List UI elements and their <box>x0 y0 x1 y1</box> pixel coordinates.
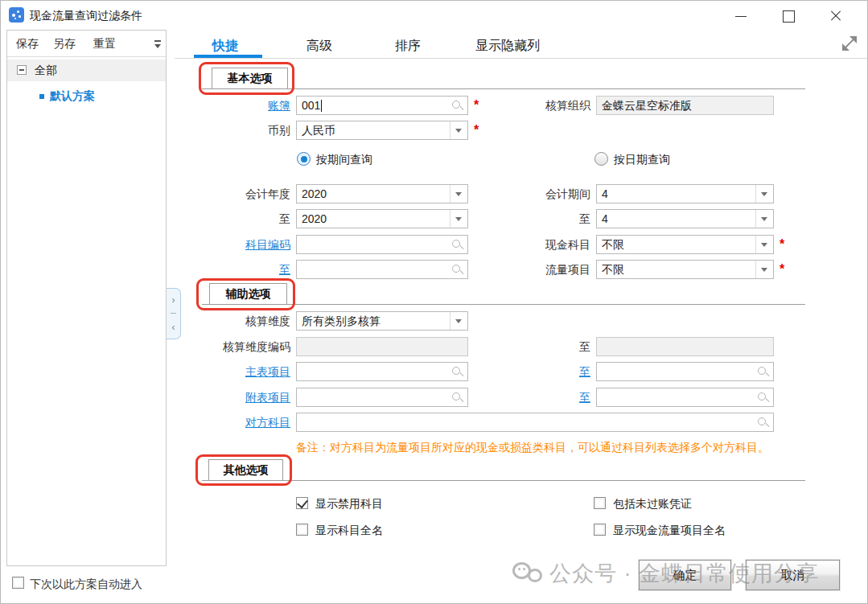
tabs-divider <box>175 58 868 59</box>
currency-label: 币别 <box>170 121 290 140</box>
chevron-down-icon[interactable] <box>450 185 467 203</box>
cancel-button[interactable]: 取消 <box>746 560 840 590</box>
account-code-to-link[interactable]: 至 <box>170 260 290 279</box>
show-full-account-name-checkbox[interactable] <box>296 524 308 536</box>
counter-account-link[interactable]: 对方科目 <box>170 413 290 432</box>
tree-item-default-scheme[interactable]: 默认方案 <box>7 87 166 106</box>
tab-advanced[interactable]: 高级 <box>306 38 332 55</box>
chevron-down-icon[interactable] <box>755 210 773 228</box>
fullscreen-expand-icon[interactable] <box>842 36 857 51</box>
chevron-down-icon[interactable] <box>755 236 773 253</box>
show-full-account-name-label[interactable]: 显示科目全名 <box>315 524 383 538</box>
flow-item-select[interactable]: 不限 <box>596 260 774 279</box>
include-unposted-vouchers-checkbox[interactable] <box>594 497 606 509</box>
main-item-to-input[interactable] <box>596 362 774 381</box>
sub-item-link[interactable]: 附表项目 <box>170 388 290 407</box>
show-full-flow-item-name-label[interactable]: 显示现金流量项目全名 <box>613 524 726 538</box>
chevron-down-icon[interactable] <box>450 312 467 330</box>
fiscal-year-select[interactable]: 2020 <box>296 184 468 203</box>
dimension-label: 核算维度 <box>170 311 290 331</box>
chevron-down-icon[interactable] <box>755 261 773 278</box>
account-book-link[interactable]: 账簿 <box>170 96 290 115</box>
wechat-icon <box>512 562 546 586</box>
fiscal-year-to-label: 至 <box>170 209 290 228</box>
auto-enter-checkbox[interactable] <box>12 577 24 589</box>
show-disabled-accounts-checkbox[interactable] <box>296 497 308 509</box>
auto-enter-label[interactable]: 下次以此方案自动进入 <box>30 577 142 592</box>
search-icon[interactable] <box>756 416 770 429</box>
sub-item-to-link[interactable]: 至 <box>470 388 590 407</box>
org-label: 核算组织 <box>470 96 590 115</box>
search-icon[interactable] <box>450 238 464 252</box>
titlebar: 现金流量查询过滤条件 <box>1 1 867 30</box>
ok-button[interactable]: 确定 <box>639 560 731 590</box>
counter-account-input[interactable] <box>296 413 774 432</box>
period-to-select[interactable]: 4 <box>596 209 774 228</box>
dimension-code-to-label: 至 <box>470 337 590 356</box>
by-date-label[interactable]: 按日期查询 <box>614 153 670 167</box>
filter-dialog: 现金流量查询过滤条件 保存 另存 重置 全部 默认方案 下次以此方案自动进入 ›… <box>0 0 868 604</box>
sub-item-input[interactable] <box>296 388 468 407</box>
menu-save-as[interactable]: 另存 <box>53 37 76 51</box>
period-select[interactable]: 4 <box>596 184 774 203</box>
search-icon[interactable] <box>450 365 464 379</box>
app-icon <box>9 7 24 23</box>
by-period-label[interactable]: 按期间查询 <box>316 153 372 167</box>
search-icon[interactable] <box>756 365 770 379</box>
menu-reset[interactable]: 重置 <box>93 37 116 51</box>
account-code-input[interactable] <box>296 235 468 254</box>
required-mark: * <box>474 123 483 138</box>
tree-collapse-icon[interactable] <box>17 65 27 75</box>
bullet-icon <box>39 94 44 99</box>
tab-quick[interactable]: 快捷 <box>212 38 238 55</box>
show-disabled-accounts-label[interactable]: 显示禁用科目 <box>315 497 383 512</box>
tab-show-hide-columns[interactable]: 显示隐藏列 <box>475 38 540 55</box>
dimension-select[interactable]: 所有类别多核算 <box>296 311 468 331</box>
other-section-line <box>202 480 805 481</box>
fiscal-year-label: 会计年度 <box>170 184 290 203</box>
maximize-icon[interactable] <box>775 7 800 25</box>
basic-section-header[interactable]: 基本选项 <box>212 68 288 89</box>
flow-item-label: 流量项目 <box>470 260 590 279</box>
sub-item-to-input[interactable] <box>596 388 774 407</box>
fiscal-year-to-select[interactable]: 2020 <box>296 209 468 228</box>
other-section-header[interactable]: 其他选项 <box>208 459 283 481</box>
dimension-code-input <box>296 337 468 356</box>
by-period-radio[interactable] <box>297 152 311 166</box>
search-icon[interactable] <box>450 391 464 405</box>
account-code-link[interactable]: 科目编码 <box>170 235 290 254</box>
account-code-to-input[interactable] <box>296 260 468 279</box>
account-book-input[interactable]: 001 <box>296 96 468 115</box>
text-cursor <box>321 100 322 112</box>
auxiliary-section-header[interactable]: 辅助选项 <box>209 283 287 305</box>
scheme-menubar: 保存 另存 重置 <box>7 31 166 57</box>
currency-select[interactable]: 人民币 <box>296 121 468 140</box>
menu-save[interactable]: 保存 <box>16 37 39 51</box>
by-date-radio[interactable] <box>594 152 608 166</box>
chevron-down-icon[interactable] <box>450 210 467 228</box>
dimension-code-to-input <box>596 337 774 356</box>
menu-overflow-icon[interactable] <box>154 39 162 49</box>
cash-account-select[interactable]: 不限 <box>596 235 774 254</box>
window-title: 现金流量查询过滤条件 <box>30 9 142 23</box>
note-text: 备注：对方科目为流量项目所对应的现金或损益类科目，可以通过科目列表选择多个对方科… <box>296 441 769 455</box>
main-item-to-link[interactable]: 至 <box>470 362 590 381</box>
tab-sort[interactable]: 排序 <box>395 38 421 55</box>
main-item-link[interactable]: 主表项目 <box>170 362 290 381</box>
scheme-sidebar: 保存 另存 重置 全部 默认方案 <box>6 30 167 566</box>
main-item-input[interactable] <box>296 362 468 381</box>
period-label: 会计期间 <box>470 184 590 203</box>
search-icon[interactable] <box>450 99 464 113</box>
include-unposted-vouchers-label[interactable]: 包括未过账凭证 <box>613 497 692 512</box>
minimize-icon[interactable] <box>729 7 753 25</box>
org-input: 金蝶云星空标准版 <box>596 96 774 115</box>
basic-section-line <box>202 88 805 89</box>
chevron-down-icon[interactable] <box>450 121 467 139</box>
tree-root-all[interactable]: 全部 <box>7 60 166 81</box>
search-icon[interactable] <box>756 391 770 405</box>
show-full-flow-item-name-checkbox[interactable] <box>594 524 606 536</box>
search-icon[interactable] <box>450 263 464 277</box>
chevron-down-icon[interactable] <box>755 185 773 203</box>
expand-right-icon[interactable]: › <box>167 295 180 305</box>
close-icon[interactable] <box>824 7 848 25</box>
